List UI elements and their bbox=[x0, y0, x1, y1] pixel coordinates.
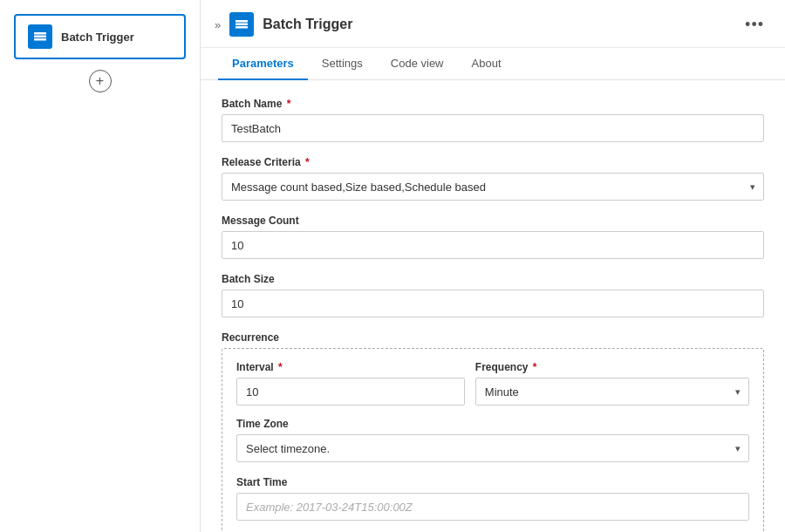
release-criteria-label: Release Criteria * bbox=[222, 156, 764, 168]
release-criteria-select[interactable]: Message count based,Size based,Schedule … bbox=[222, 173, 764, 201]
more-options-button[interactable]: ••• bbox=[741, 16, 768, 34]
panel-title: Batch Trigger bbox=[263, 17, 733, 32]
svg-rect-3 bbox=[236, 20, 248, 23]
interval-col: Interval * bbox=[236, 361, 465, 406]
right-panel: » Batch Trigger ••• Parameters Settings … bbox=[201, 0, 785, 532]
add-step-button[interactable]: + bbox=[89, 70, 112, 92]
start-time-input[interactable] bbox=[236, 493, 749, 521]
tab-codeview[interactable]: Code view bbox=[377, 48, 458, 80]
interval-label: Interval * bbox=[236, 361, 465, 373]
recurrence-group: Recurrence Interval * Frequency * bbox=[222, 331, 764, 532]
svg-rect-1 bbox=[34, 36, 46, 38]
frequency-label: Frequency * bbox=[475, 361, 749, 373]
frequency-wrapper: Second Minute Hour Day Week Month ▾ bbox=[475, 378, 749, 406]
batch-name-label: Batch Name * bbox=[222, 98, 764, 110]
batch-trigger-icon bbox=[28, 24, 52, 49]
batch-name-input[interactable] bbox=[222, 114, 764, 142]
release-criteria-required: * bbox=[303, 156, 310, 168]
batch-trigger-label: Batch Trigger bbox=[61, 31, 134, 44]
message-count-label: Message Count bbox=[222, 215, 764, 227]
start-time-group: Start Time bbox=[236, 476, 749, 521]
svg-rect-0 bbox=[34, 32, 46, 35]
parameters-content: Batch Name * Release Criteria * Message … bbox=[201, 80, 785, 532]
batch-name-group: Batch Name * bbox=[222, 98, 764, 142]
batch-trigger-node[interactable]: Batch Trigger bbox=[14, 14, 186, 59]
message-count-group: Message Count bbox=[222, 215, 764, 259]
batch-size-group: Batch Size bbox=[222, 273, 764, 317]
tab-parameters[interactable]: Parameters bbox=[218, 48, 308, 80]
batch-name-required: * bbox=[283, 98, 290, 110]
interval-required: * bbox=[276, 361, 283, 373]
svg-rect-4 bbox=[236, 24, 248, 26]
start-time-label: Start Time bbox=[236, 476, 749, 488]
recurrence-box: Interval * Frequency * Second Minute bbox=[222, 348, 764, 532]
tab-settings[interactable]: Settings bbox=[308, 48, 377, 80]
panel-header-icon bbox=[229, 12, 254, 37]
add-button-container: + bbox=[14, 70, 186, 92]
message-count-input[interactable] bbox=[222, 231, 764, 259]
svg-rect-2 bbox=[34, 38, 46, 41]
release-criteria-wrapper: Message count based,Size based,Schedule … bbox=[222, 173, 764, 201]
panel-header: » Batch Trigger ••• bbox=[201, 0, 785, 48]
frequency-select[interactable]: Second Minute Hour Day Week Month bbox=[475, 378, 749, 406]
timezone-group: Time Zone Select timezone. ▾ bbox=[236, 418, 749, 462]
left-panel: Batch Trigger + bbox=[0, 0, 201, 532]
tab-about[interactable]: About bbox=[458, 48, 515, 80]
timezone-select[interactable]: Select timezone. bbox=[236, 434, 749, 462]
timezone-wrapper: Select timezone. ▾ bbox=[236, 434, 749, 462]
timezone-label: Time Zone bbox=[236, 418, 749, 430]
batch-size-input[interactable] bbox=[222, 290, 764, 317]
svg-rect-5 bbox=[236, 26, 248, 29]
frequency-col: Frequency * Second Minute Hour Day Week … bbox=[475, 361, 749, 406]
recurrence-interval-frequency-row: Interval * Frequency * Second Minute bbox=[236, 361, 749, 406]
expand-icon[interactable]: » bbox=[215, 18, 221, 31]
tabs-bar: Parameters Settings Code view About bbox=[201, 48, 785, 80]
interval-input[interactable] bbox=[236, 378, 465, 406]
frequency-required: * bbox=[530, 361, 537, 373]
recurrence-section-label: Recurrence bbox=[222, 331, 764, 344]
batch-size-label: Batch Size bbox=[222, 273, 764, 285]
release-criteria-group: Release Criteria * Message count based,S… bbox=[222, 156, 764, 201]
